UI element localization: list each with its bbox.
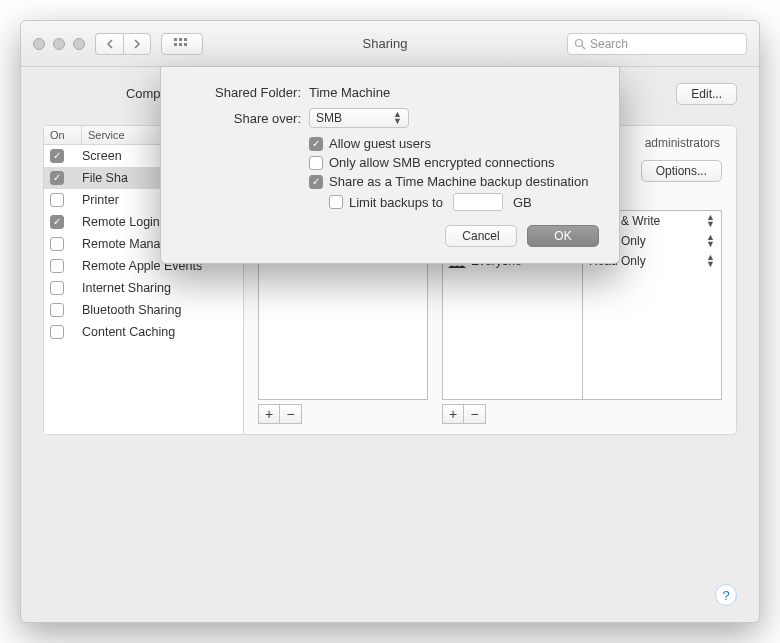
add-folder-button[interactable]: +	[258, 404, 280, 424]
shared-folder-value: Time Machine	[309, 85, 390, 100]
limit-checkbox[interactable]	[329, 195, 343, 209]
window-controls	[33, 38, 85, 50]
service-checkbox[interactable]	[50, 281, 64, 295]
remove-folder-button[interactable]: −	[280, 404, 302, 424]
titlebar: Sharing Search	[21, 21, 759, 67]
service-checkbox[interactable]	[50, 303, 64, 317]
edit-button[interactable]: Edit...	[676, 83, 737, 105]
search-input[interactable]: Search	[567, 33, 747, 55]
service-checkbox[interactable]	[50, 259, 64, 273]
search-icon	[574, 38, 590, 50]
service-label: Printer	[82, 193, 119, 207]
cancel-button[interactable]: Cancel	[445, 225, 517, 247]
opt-limit-row[interactable]: Limit backups to GB	[329, 193, 599, 211]
share-over-label: Share over:	[181, 111, 301, 126]
svg-line-7	[582, 46, 585, 49]
forward-button[interactable]	[123, 33, 151, 55]
back-button[interactable]	[95, 33, 123, 55]
minimize-dot[interactable]	[53, 38, 65, 50]
timemachine-checkbox[interactable]	[309, 175, 323, 189]
service-label: File Sha	[82, 171, 128, 185]
share-over-select[interactable]: SMB ▲▼	[309, 108, 409, 128]
service-label: Content Caching	[82, 325, 175, 339]
svg-rect-1	[179, 38, 182, 41]
service-checkbox[interactable]	[50, 215, 64, 229]
chevron-right-icon	[133, 39, 141, 49]
add-user-button[interactable]: +	[442, 404, 464, 424]
show-all-button[interactable]	[161, 33, 203, 55]
opt-tm-row[interactable]: Share as a Time Machine backup destinati…	[309, 174, 599, 189]
svg-point-6	[576, 39, 583, 46]
service-checkbox[interactable]	[50, 325, 64, 339]
users-stepper: + −	[442, 404, 722, 424]
svg-rect-0	[174, 38, 177, 41]
service-label: Bluetooth Sharing	[82, 303, 181, 317]
updown-icon: ▲▼	[706, 254, 715, 268]
encrypted-checkbox[interactable]	[309, 156, 323, 170]
updown-icon: ▲▼	[706, 214, 715, 228]
service-row[interactable]: Content Caching	[44, 321, 243, 343]
updown-icon: ▲▼	[706, 234, 715, 248]
opt-encrypted-row[interactable]: Only allow SMB encrypted connections	[309, 155, 599, 170]
col-on: On	[44, 126, 82, 144]
grid-icon	[174, 38, 190, 50]
service-checkbox[interactable]	[50, 193, 64, 207]
window-title: Sharing	[213, 36, 557, 51]
service-checkbox[interactable]	[50, 149, 64, 163]
help-button[interactable]: ?	[715, 584, 737, 606]
preferences-window: Sharing Search Computer Edit... On Servi…	[20, 20, 760, 623]
chevron-left-icon	[106, 39, 114, 49]
svg-rect-4	[179, 43, 182, 46]
search-placeholder: Search	[590, 37, 628, 51]
close-dot[interactable]	[33, 38, 45, 50]
remove-user-button[interactable]: −	[464, 404, 486, 424]
zoom-dot[interactable]	[73, 38, 85, 50]
service-label: Remote Login	[82, 215, 160, 229]
service-label: Screen	[82, 149, 122, 163]
guest-label: Allow guest users	[329, 136, 431, 151]
encrypted-label: Only allow SMB encrypted connections	[329, 155, 554, 170]
limit-prefix: Limit backups to	[349, 195, 443, 210]
svg-rect-2	[184, 38, 187, 41]
shared-folder-label: Shared Folder:	[181, 85, 301, 100]
nav-buttons	[95, 33, 151, 55]
svg-rect-5	[184, 43, 187, 46]
share-over-value: SMB	[316, 111, 342, 125]
guest-checkbox[interactable]	[309, 137, 323, 151]
folders-stepper: + −	[258, 404, 428, 424]
ok-button[interactable]: OK	[527, 225, 599, 247]
svg-rect-3	[174, 43, 177, 46]
options-button[interactable]: Options...	[641, 160, 722, 182]
opt-guest-row[interactable]: Allow guest users	[309, 136, 599, 151]
service-row[interactable]: Internet Sharing	[44, 277, 243, 299]
service-row[interactable]: Bluetooth Sharing	[44, 299, 243, 321]
limit-suffix: GB	[513, 195, 532, 210]
limit-input[interactable]	[453, 193, 503, 211]
service-checkbox[interactable]	[50, 171, 64, 185]
service-checkbox[interactable]	[50, 237, 64, 251]
service-label: Internet Sharing	[82, 281, 171, 295]
updown-icon: ▲▼	[393, 111, 402, 125]
share-options-sheet: Shared Folder: Time Machine Share over: …	[160, 67, 620, 264]
timemachine-label: Share as a Time Machine backup destinati…	[329, 174, 588, 189]
